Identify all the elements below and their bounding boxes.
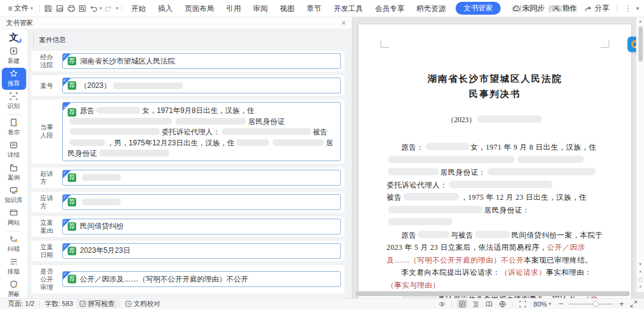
tab-docmate-active[interactable]: 文书管家 <box>456 2 501 15</box>
sidebar-item-屏蔽[interactable]: 屏蔽 <box>2 278 26 300</box>
sidebar-item-纠错[interactable]: 纠错 <box>2 233 26 255</box>
field-input-当事人段[interactable]: ✓荐原告女，1971年9月8日出生，汉族，住居民身份证委托诉讼代理人：被告，男，… <box>62 102 341 161</box>
print-icon[interactable] <box>65 2 77 15</box>
close-icon[interactable]: × <box>341 19 346 27</box>
document-line-7 <box>387 216 606 229</box>
correct-icon <box>9 234 18 245</box>
field-input-案号[interactable]: ✓荐（2023） <box>62 78 341 93</box>
prev-page-icon[interactable]: ⯅ <box>639 269 642 274</box>
sidebar-item-知识库[interactable]: 知识库 <box>2 184 26 206</box>
fit-page-icon[interactable] <box>517 299 528 308</box>
toolbar-more-icon[interactable]: ▾ <box>116 5 118 11</box>
zoom-level[interactable]: 80%▾ <box>531 300 554 308</box>
panel-title: 文书管家 <box>6 18 33 27</box>
menu-tab-3[interactable]: 页面布局 <box>179 1 220 16</box>
sidebar-item-卷宗[interactable]: 卷宗 <box>2 117 26 139</box>
zoom-slider-knob[interactable] <box>593 301 599 307</box>
text-segment: （2023） <box>80 81 111 91</box>
text-segment: 事实和理由： <box>546 268 592 277</box>
redacted-text <box>475 231 510 238</box>
sidebar-item-排版[interactable]: 排版 <box>2 256 26 278</box>
sidebar-item-推荐[interactable]: 推荐 <box>2 68 26 90</box>
document-line-11: 李文君向本院提出诉讼请求：（诉讼请求）事实和理由： <box>387 266 606 279</box>
check-ribbon-icon: ✓ <box>62 194 71 203</box>
field-row-立案日期: 立案日期✓荐2023年5月23日 <box>31 241 345 261</box>
divider <box>39 301 40 307</box>
field-label: 是否公开审理 <box>40 267 56 291</box>
field-label: 起诉方 <box>40 170 56 186</box>
menu-tab-6[interactable]: 视图 <box>274 1 301 16</box>
spellcheck-toggle[interactable]: 拼写检查 <box>76 299 118 308</box>
menu-tab-7[interactable]: 章节 <box>301 1 327 16</box>
text-segment: 2023 年 5 月 23 日立案后，依法适用简易程序， <box>387 243 547 252</box>
redacted-text <box>418 231 449 238</box>
sidebar-item-新建[interactable]: 新建 <box>2 45 26 67</box>
website-icon <box>9 208 18 219</box>
export-image-icon[interactable] <box>54 2 66 15</box>
page-select-icon[interactable]: ▢ <box>639 277 643 282</box>
section-title: 案件信息 <box>34 33 345 48</box>
next-page-icon[interactable]: ⯆ <box>639 285 642 290</box>
menu-tab-9[interactable]: 会员专享 <box>369 1 410 16</box>
divider <box>512 301 513 307</box>
menu-tab-5[interactable]: 审阅 <box>247 1 274 16</box>
outline-view-icon[interactable] <box>470 299 481 308</box>
file-menu[interactable]: ≡ 文件 ▾ <box>5 3 36 13</box>
field-input-应诉方[interactable]: ✓荐 <box>62 194 341 210</box>
redacted-text <box>478 115 542 123</box>
field-input-是否公开审理[interactable]: ✓荐公开／因涉及……（写明不公开开庭的理由）不公开 <box>62 271 341 287</box>
text-segment: 委托诉讼代理人： <box>162 128 220 136</box>
web-view-icon[interactable] <box>497 299 508 308</box>
eye-protect-icon[interactable] <box>437 299 448 308</box>
scrollbar-thumb[interactable] <box>639 26 643 62</box>
text-segment: 原告 <box>80 106 95 115</box>
sidebar-item-详情[interactable]: 详情 <box>2 139 26 161</box>
sidebar-item-识别[interactable]: 识别 <box>2 90 26 112</box>
check-ribbon-icon: ✓ <box>62 219 71 228</box>
zoom-slider[interactable] <box>569 304 613 305</box>
sidebar-item-网站[interactable]: 网站 <box>2 207 26 229</box>
check-ribbon-icon: ✓ <box>62 170 71 179</box>
document-line-8: 原告与被告民间借贷纠纷一案，本院于 <box>387 229 606 242</box>
sync-status-button[interactable]: 未同步 <box>509 3 548 13</box>
horizontal-scrollbar[interactable] <box>356 291 633 296</box>
field-input-经办法院[interactable]: ✓荐湖南省长沙市望城区人民法院 <box>62 53 341 69</box>
document-page[interactable]: 湖南省长沙市望城区人民法院 民事判决书 （2023） 原告：女，1971 年 9… <box>359 24 631 298</box>
cloud-sync-icon <box>512 4 521 13</box>
text-segment: 女，1971年9月8日出生，汉族，住 <box>142 106 254 115</box>
page-view-icon[interactable] <box>457 299 468 308</box>
redacted-text <box>388 156 515 163</box>
menu-tab-2[interactable]: 插入 <box>152 1 179 16</box>
zoom-in-button[interactable]: + <box>617 299 626 308</box>
book-view-icon[interactable] <box>484 299 495 308</box>
field-input-立案日期[interactable]: ✓荐2023年5月23日 <box>62 243 341 259</box>
menu-tab-10[interactable]: 稻壳资源 <box>410 1 452 16</box>
menu-tab-4[interactable]: 引用 <box>220 1 247 16</box>
collaborate-button[interactable]: 协作 <box>549 3 580 13</box>
redacted-text <box>273 139 324 146</box>
fullscreen-icon[interactable] <box>628 299 639 308</box>
field-input-立案案由[interactable]: ✓荐民间借贷纠纷 <box>62 219 341 234</box>
undo-icon[interactable] <box>88 2 100 15</box>
sidebar-item-案例[interactable]: 案例 <box>2 162 26 184</box>
vertical-scrollbar[interactable]: ▲ ▼ ⯅ ▢ ⯆ <box>636 17 644 292</box>
sidebar-item-label: 新建 <box>8 57 20 65</box>
menu-tab-8[interactable]: 开发工具 <box>327 1 369 16</box>
save-icon[interactable] <box>43 2 54 15</box>
redo-icon[interactable] <box>102 2 113 15</box>
collapse-ribbon-icon[interactable]: ▾ <box>636 5 639 12</box>
share-button[interactable]: 分享 <box>581 3 612 13</box>
proofread-button[interactable]: 文档校对 <box>122 299 163 308</box>
scrollbar-thumb[interactable] <box>356 291 630 296</box>
kebab-menu-icon[interactable]: ⋮ <box>621 4 635 13</box>
share-icon <box>584 4 593 13</box>
zoom-out-button[interactable]: − <box>557 299 565 308</box>
scroll-up-icon[interactable]: ▲ <box>639 17 643 25</box>
redacted-text <box>176 118 246 125</box>
field-input-起诉方[interactable]: ✓荐 <box>62 170 341 186</box>
status-bar: 页面: 1/2 字数: 583 拼写检查 文档校对 80%▾ − + <box>0 298 644 309</box>
menu-tab-1[interactable]: 开始 <box>125 1 152 16</box>
scroll-down-icon[interactable]: ▼ <box>639 262 643 266</box>
redacted-text <box>70 118 172 125</box>
print-preview-icon[interactable] <box>77 2 88 15</box>
